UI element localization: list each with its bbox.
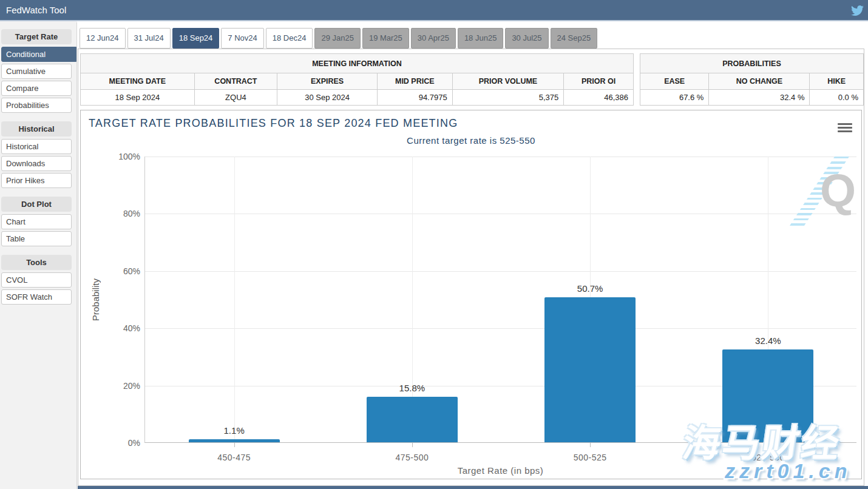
y-tick-label: 40%	[103, 323, 140, 333]
sidebar-section-target-rate: Target Rate	[1, 29, 72, 44]
sidebar-item-downloads[interactable]: Downloads	[1, 156, 72, 171]
fedwatch-page: FedWatch Tool Target RateConditionalCumu…	[0, 0, 868, 489]
bar-500-525[interactable]	[544, 297, 636, 442]
tab-29-jan25[interactable]: 29 Jan25	[314, 28, 361, 49]
column-header-prior-oi: PRIOR OI	[563, 73, 633, 89]
value-contract: ZQU4	[194, 90, 277, 105]
bar-value-label: 15.8%	[399, 383, 426, 393]
bar-value-label: 32.4%	[755, 336, 781, 346]
probabilities-value-row: 67.6 %32.4 %0.0 %	[640, 89, 863, 105]
value-hike: 0.0 %	[809, 90, 863, 105]
gridline-horizontal	[145, 328, 856, 329]
column-header-prior-volume: PRIOR VOLUME	[452, 73, 564, 89]
value-mid-price: 94.7975	[377, 90, 452, 105]
value-ease: 67.6 %	[640, 90, 708, 105]
x-tick-mark	[234, 443, 235, 447]
value-meeting-date: 18 Sep 2024	[81, 90, 194, 105]
column-header-ease: EASE	[640, 73, 708, 89]
next-section-bar	[78, 486, 868, 489]
sidebar: Target RateConditionalCumulativeCompareP…	[0, 22, 77, 489]
tab-7-nov24[interactable]: 7 Nov24	[221, 28, 263, 49]
twitter-icon[interactable]	[851, 4, 864, 17]
column-header-no-change: NO CHANGE	[708, 73, 809, 89]
probabilities-header-row: EASENO CHANGEHIKE	[640, 73, 863, 89]
tab-31-jul24[interactable]: 31 Jul24	[127, 28, 171, 49]
column-header-meeting-date: MEETING DATE	[81, 73, 194, 89]
tab-30-apr25[interactable]: 30 Apr25	[411, 28, 456, 49]
value-prior-volume: 5,375	[452, 90, 564, 105]
x-tick-mark	[412, 443, 413, 447]
sidebar-section-dot-plot: Dot Plot	[1, 197, 72, 212]
column-header-mid-price: MID PRICE	[377, 73, 452, 89]
chart-subtitle: Current target rate is 525-550	[81, 135, 861, 146]
value-prior-oi: 46,386	[563, 90, 633, 105]
meeting-information-value-row: 18 Sep 2024ZQU430 Sep 202494.79755,37546…	[81, 89, 633, 105]
sidebar-item-historical[interactable]: Historical	[1, 139, 72, 154]
tab-30-jul25[interactable]: 30 Jul25	[505, 28, 548, 49]
sidebar-item-cumulative[interactable]: Cumulative	[1, 64, 72, 79]
y-tick-label: 20%	[103, 381, 140, 391]
meeting-information-header-row: MEETING DATECONTRACTEXPIRESMID PRICEPRIO…	[81, 73, 633, 89]
bar-475-500[interactable]	[367, 397, 458, 442]
meeting-date-tabs: 12 Jun2431 Jul2418 Sep247 Nov2418 Dec242…	[80, 28, 597, 49]
y-axis-title: Probability	[89, 157, 101, 443]
sidebar-item-cvol[interactable]: CVOL	[1, 272, 72, 288]
tab-18-jun25[interactable]: 18 Jun25	[458, 28, 504, 49]
chart-title: TARGET RATE PROBABILITIES FOR 18 SEP 202…	[89, 117, 458, 130]
plot-area: 0%20%40%60%80%100%1.1%450-47515.8%475-50…	[144, 157, 856, 443]
tab-12-jun24[interactable]: 12 Jun24	[80, 28, 126, 49]
probabilities-table: PROBABILITIES EASENO CHANGEHIKE 67.6 %32…	[640, 53, 864, 106]
x-tick-label: 450-475	[217, 453, 251, 462]
chart-menu-icon[interactable]	[838, 123, 852, 134]
tab-18-dec24[interactable]: 18 Dec24	[266, 28, 313, 49]
value-no-change: 32.4 %	[708, 90, 809, 105]
sidebar-section-tools: Tools	[1, 255, 72, 270]
y-tick-label: 100%	[103, 152, 140, 161]
app-title: FedWatch Tool	[6, 5, 66, 15]
sidebar-item-compare[interactable]: Compare	[1, 81, 72, 96]
bar-value-label: 50.7%	[577, 283, 603, 294]
gridline-horizontal	[145, 157, 856, 157]
app-header: FedWatch Tool	[0, 0, 868, 21]
column-header-hike: HIKE	[809, 73, 863, 89]
column-header-expires: EXPIRES	[277, 73, 377, 89]
sidebar-section-historical: Historical	[1, 121, 72, 137]
y-tick-label: 80%	[103, 209, 140, 218]
x-tick-label: 500-525	[574, 453, 607, 462]
x-tick-label: 475-500	[395, 453, 429, 462]
quikstrike-logo-icon: Q	[806, 159, 857, 226]
tab-19-mar25[interactable]: 19 Mar25	[362, 28, 409, 49]
gridline-horizontal	[145, 271, 856, 272]
y-tick-label: 0%	[103, 438, 140, 448]
probabilities-title: PROBABILITIES	[640, 54, 863, 73]
sidebar-item-conditional[interactable]: Conditional	[1, 47, 76, 62]
sidebar-item-sofr-watch[interactable]: SOFR Watch	[1, 289, 72, 305]
bar-value-label: 1.1%	[224, 425, 245, 436]
column-header-contract: CONTRACT	[194, 73, 277, 89]
sidebar-item-chart[interactable]: Chart	[1, 214, 72, 229]
tab-24-sep25[interactable]: 24 Sep25	[551, 28, 598, 49]
meeting-information-table: MEETING INFORMATION MEETING DATECONTRACT…	[80, 53, 634, 106]
gridline-horizontal	[145, 214, 856, 214]
x-tick-mark	[590, 443, 591, 447]
domain-watermark: zzrt01.cn	[725, 459, 852, 483]
value-expires: 30 Sep 2024	[277, 90, 377, 105]
tab-18-sep24[interactable]: 18 Sep24	[172, 28, 220, 49]
y-tick-label: 60%	[103, 266, 140, 276]
meeting-information-title: MEETING INFORMATION	[81, 54, 633, 73]
sidebar-item-probabilities[interactable]: Probabilities	[1, 98, 72, 113]
quikstrike-q-letter: Q	[820, 167, 856, 214]
sidebar-item-table[interactable]: Table	[1, 231, 72, 246]
sidebar-item-prior-hikes[interactable]: Prior Hikes	[1, 173, 72, 188]
gridline-vertical	[234, 157, 235, 442]
bar-450-475[interactable]	[189, 439, 280, 442]
